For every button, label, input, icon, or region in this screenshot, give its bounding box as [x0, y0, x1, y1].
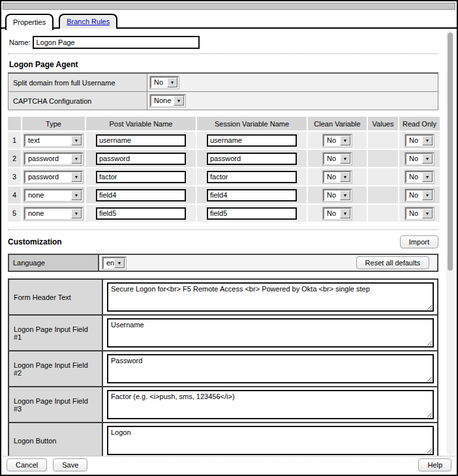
form-header-text-textarea[interactable]: Secure Logon for<br> F5 Remote Access <b… — [107, 282, 434, 312]
split-domain-select[interactable]: No ▼ — [150, 76, 179, 89]
row1-clean-var-select[interactable]: No▼ — [323, 134, 352, 147]
row-number: 4 — [8, 186, 21, 203]
row4-read-only-select[interactable]: No▼ — [405, 189, 434, 201]
dropdown-arrow-icon: ▼ — [340, 190, 350, 200]
captcha-config-select[interactable]: None ▼ — [150, 95, 185, 107]
row5-type-select[interactable]: none▼ — [24, 207, 83, 220]
language-table: Language en ▼ Reset all defaults — [8, 254, 438, 272]
num-column-header — [8, 117, 21, 130]
vertical-scrollbar[interactable] — [446, 31, 454, 455]
dropdown-arrow-icon: ▼ — [114, 258, 125, 268]
row5-post-var-input[interactable] — [96, 207, 186, 220]
row1-read-only-value: No — [406, 136, 422, 145]
split-domain-label: Split domain from full Username — [8, 73, 147, 92]
row5-read-only-value: No — [406, 209, 422, 218]
row5-session-var-input[interactable] — [207, 207, 297, 220]
captcha-config-label: CAPTCHA Configuration — [8, 92, 147, 110]
row3-type-select[interactable]: password▼ — [24, 171, 83, 183]
agent-section-title: Logon Page Agent — [9, 60, 438, 69]
separator — [8, 53, 438, 54]
row4-post-var-input[interactable] — [96, 189, 186, 201]
row4-type-value: none — [25, 190, 71, 200]
table-row: Language en ▼ Reset all defaults — [8, 254, 438, 271]
dropdown-arrow-icon: ▼ — [422, 154, 433, 164]
tab-properties-label: Properties — [13, 18, 46, 26]
table-row: CAPTCHA Configuration None ▼ — [8, 92, 438, 110]
row1-session-var-input[interactable] — [207, 134, 297, 147]
logon-input-field-1-textarea[interactable]: Username — [107, 318, 434, 348]
row3-clean-var-select[interactable]: No▼ — [323, 171, 352, 183]
row2-post-var-input[interactable] — [96, 153, 186, 165]
row4-values-cell — [368, 186, 398, 203]
captcha-config-cell: None ▼ — [147, 92, 438, 110]
row5-values-cell — [368, 205, 398, 222]
tab-branch-rules[interactable]: Branch Rules — [59, 14, 117, 29]
row5-clean-var-select[interactable]: No▼ — [323, 207, 352, 220]
split-domain-cell: No ▼ — [147, 73, 438, 92]
table-header-row: Type Post Variable Name Session Variable… — [8, 117, 440, 130]
tab-properties[interactable]: Properties — [5, 14, 53, 30]
row2-type-select[interactable]: password▼ — [24, 153, 83, 165]
row3-type-value: password — [25, 172, 71, 182]
row3-session-var-input[interactable] — [207, 171, 297, 183]
name-row: Name: — [9, 36, 438, 49]
row1-post-var-input[interactable] — [96, 134, 186, 147]
row1-type-select[interactable]: text▼ — [24, 134, 83, 147]
row-number: 3 — [8, 168, 21, 185]
row4-session-var-input[interactable] — [207, 189, 297, 201]
row3-read-only-select[interactable]: No▼ — [405, 171, 434, 183]
table-row: 5 none▼ No▼ No▼ — [8, 205, 440, 222]
logon-button-textarea[interactable]: Logon — [107, 426, 434, 455]
logon-input-field-1-label: Logon Page Input Field #1 — [8, 315, 102, 351]
logon-input-field-2-textarea[interactable]: Password — [107, 354, 434, 383]
row2-read-only-select[interactable]: No▼ — [405, 153, 434, 165]
row5-read-only-select[interactable]: No▼ — [405, 207, 434, 220]
row2-session-var-input[interactable] — [207, 153, 297, 165]
table-row: Logon Page Input Field #3 Factor (e.g. <… — [8, 387, 438, 423]
row3-post-var-input[interactable] — [96, 171, 186, 183]
row1-read-only-select[interactable]: No▼ — [405, 134, 434, 147]
import-button[interactable]: Import — [400, 235, 438, 248]
dropdown-arrow-icon: ▼ — [71, 136, 82, 145]
language-label: Language — [8, 254, 99, 271]
dropdown-arrow-icon: ▼ — [167, 78, 177, 87]
row2-read-only-value: No — [406, 154, 422, 164]
row-number: 2 — [8, 150, 21, 167]
dropdown-arrow-icon: ▼ — [422, 172, 433, 182]
save-button[interactable]: Save — [53, 458, 87, 471]
post-var-column-header: Post Variable Name — [86, 117, 196, 130]
row3-values-cell — [368, 168, 398, 185]
row4-clean-var-select[interactable]: No▼ — [323, 189, 352, 201]
row1-clean-var-value: No — [324, 136, 340, 145]
table-row: 2 password▼ No▼ No▼ — [8, 150, 440, 167]
row1-type-value: text — [25, 136, 71, 145]
dropdown-arrow-icon: ▼ — [422, 136, 433, 145]
values-column-header: Values — [368, 117, 398, 130]
row5-type-value: none — [25, 209, 71, 218]
dropdown-arrow-icon: ▼ — [71, 154, 82, 164]
dropdown-arrow-icon: ▼ — [71, 172, 82, 182]
dropdown-arrow-icon: ▼ — [422, 209, 433, 218]
type-column-header: Type — [22, 117, 85, 130]
language-select[interactable]: en ▼ — [102, 257, 126, 269]
logon-input-field-3-textarea[interactable]: Factor (e.g. <i>push, sms, 123456</i>) — [107, 390, 434, 419]
dropdown-arrow-icon: ▼ — [340, 136, 350, 145]
help-button[interactable]: Help — [418, 458, 451, 471]
table-row: Logon Button Logon — [8, 423, 438, 456]
table-row: 1 text▼ No▼ No▼ — [8, 132, 440, 149]
row4-type-select[interactable]: none▼ — [24, 189, 83, 201]
cancel-button[interactable]: Cancel — [7, 458, 47, 471]
customization-title: Customization — [8, 237, 62, 246]
row2-clean-var-select[interactable]: No▼ — [323, 153, 352, 165]
row3-clean-var-value: No — [324, 172, 340, 182]
separator — [8, 230, 438, 230]
reset-all-defaults-button[interactable]: Reset all defaults — [356, 256, 429, 269]
row1-values-cell — [368, 132, 398, 149]
name-input[interactable] — [33, 36, 200, 49]
window-titlebar[interactable] — [3, 3, 455, 10]
row4-read-only-value: No — [406, 190, 422, 200]
logon-input-field-2-label: Logon Page Input Field #2 — [8, 351, 102, 387]
agent-options-table: Split domain from full Username No ▼ CAP… — [8, 72, 438, 110]
scrollbar-thumb[interactable] — [448, 33, 453, 271]
table-row: Split domain from full Username No ▼ — [8, 73, 438, 92]
